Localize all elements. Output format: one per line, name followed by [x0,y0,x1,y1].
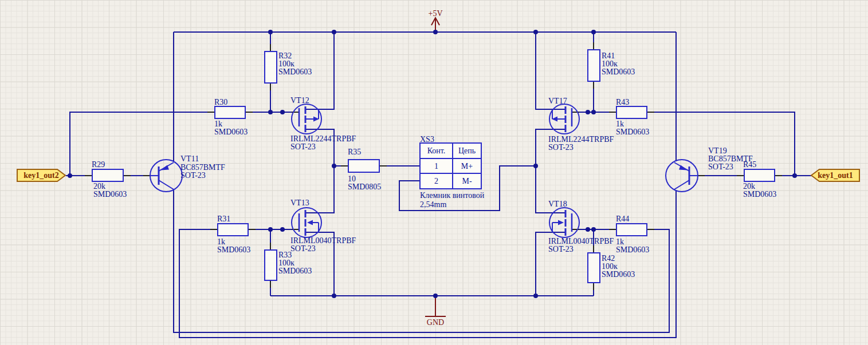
resistor-R32-value[interactable]: 100к [278,60,294,68]
connector-XS3-pin1-net: M+ [453,158,481,173]
resistor-R43-value[interactable]: 1k [616,120,624,128]
resistor-R31-body[interactable] [218,224,248,236]
transistor-VT18-ref[interactable]: VT18 [548,200,567,208]
vcc-label[interactable]: +5V [418,9,453,18]
transistor-VT12-part[interactable]: IRLML2244TRPBF [290,134,356,143]
transistor-VT13-package[interactable]: SOT-23 [290,244,316,253]
resistor-R45-body[interactable] [744,169,775,181]
transistor-VT18-symbol[interactable] [549,208,579,237]
transistor-VT11-package[interactable]: SOT-23 [180,171,206,180]
resistor-R30-ref[interactable]: R30 [214,98,227,106]
transistor-VT19-ref[interactable]: VT19 [708,146,727,155]
resistor-R41-body[interactable] [588,50,600,81]
resistor-R45-value[interactable]: 20k [743,182,755,191]
resistor-R43-footprint[interactable]: SMD0603 [616,128,649,136]
resistor-R44-footprint[interactable]: SMD0603 [616,245,649,254]
transistor-VT18-package[interactable]: SOT-23 [548,245,574,253]
resistor-R44-value[interactable]: 1k [616,237,624,246]
transistor-VT12-package[interactable]: SOT-23 [290,142,316,151]
resistor-R45-footprint[interactable]: SMD0603 [743,190,776,199]
resistor-R31-footprint[interactable]: SMD0603 [217,245,250,254]
transistor-VT17-ref[interactable]: VT17 [548,97,567,105]
resistor-R35-footprint[interactable]: SMD0805 [348,183,381,191]
resistor-R30-footprint[interactable]: SMD0603 [214,128,248,136]
resistor-R31-ref[interactable]: R31 [217,215,230,223]
transistor-VT19-part[interactable]: BC857BMTF [708,154,753,163]
resistor-R42-value[interactable]: 100к [602,262,618,271]
resistor-R30-value[interactable]: 1k [214,120,222,128]
resistor-R31-value[interactable]: 1k [217,237,225,246]
resistor-R44-ref[interactable]: R44 [616,215,629,223]
transistor-VT19-symbol[interactable] [666,160,698,192]
resistor-R41-footprint[interactable]: SMD0603 [602,68,635,76]
nfet-arrow [307,220,313,225]
transistor-VT11-ref[interactable]: VT11 [180,154,199,163]
transistor-VT18-part[interactable]: IRLML0040TRPBF [548,237,614,245]
resistor-R30-body[interactable] [215,106,245,118]
connector-XS3-ref[interactable]: XS3 [420,135,434,144]
gnd-symbol[interactable] [425,296,446,316]
transistor-VT12-ref[interactable]: VT12 [290,96,309,105]
resistor-R35-body[interactable] [348,160,379,172]
resistor-R41-value[interactable]: 100к [602,60,618,68]
resistor-R42-ref[interactable]: R42 [602,254,615,263]
connector-XS3-note1: Клемник винтовой [420,191,484,200]
resistor-R32-ref[interactable]: R32 [278,51,292,60]
connector-XS3-pin2-net: M- [453,173,481,189]
transistor-VT13-ref[interactable]: VT13 [290,199,309,207]
transistor-VT17-part[interactable]: IRLML2244TRPBF [548,135,614,144]
wire-vt13-drain [305,166,334,213]
resistor-R32-body[interactable] [265,51,277,83]
resistor-R35-ref[interactable]: R35 [348,148,361,156]
connector-XS3-col-pin: Конт. [420,143,453,158]
transistor-VT13-symbol[interactable] [292,208,321,237]
resistor-R33-ref[interactable]: R33 [278,251,292,259]
connector-XS3-pin1-num: 1 [420,158,453,173]
transistor-VT19-package[interactable]: SOT-23 [708,162,733,171]
resistor-R29-footprint[interactable]: SMD0603 [93,190,127,199]
connector-XS3-pin2-num: 2 [420,173,453,189]
resistor-R29-value[interactable]: 20k [93,182,105,191]
resistor-R35-value[interactable]: 10 [348,175,356,183]
port-key1_out1-label[interactable]: key1_out1 [811,169,859,181]
resistor-R43-body[interactable] [616,106,647,118]
resistor-R32-footprint[interactable]: SMD0603 [278,68,312,76]
resistor-R29-ref[interactable]: R29 [92,160,105,169]
resistor-R33-footprint[interactable]: SMD0603 [278,267,312,275]
resistor-R33-value[interactable]: 100к [278,259,294,267]
resistor-R29-body[interactable] [92,169,123,181]
gnd-label[interactable]: GND [418,318,453,327]
resistor-R44-body[interactable] [616,224,647,236]
connector-XS3-col-net: Цепь [453,143,481,158]
resistor-R43-ref[interactable]: R43 [616,98,629,106]
transistor-VT17-package[interactable]: SOT-23 [548,143,574,152]
schematic-canvas: +5V GND key1_out2 key1_out1 R29 20k SMD0… [0,0,868,345]
resistor-R33-body[interactable] [265,250,277,280]
port-key1_out2-label[interactable]: key1_out2 [17,169,65,181]
nfet-arrow [558,220,564,225]
resistor-R42-footprint[interactable]: SMD0603 [602,270,635,279]
resistor-R41-ref[interactable]: R41 [602,51,615,60]
transistor-VT11-symbol[interactable] [150,160,182,192]
transistor-VT11-part[interactable]: BC857BMTF [180,163,225,172]
transistor-VT13-part[interactable]: IRLML0040TRPBF [290,236,356,245]
connector-XS3-note2: 2,54mm [420,200,446,209]
resistor-R42-body[interactable] [588,253,600,283]
